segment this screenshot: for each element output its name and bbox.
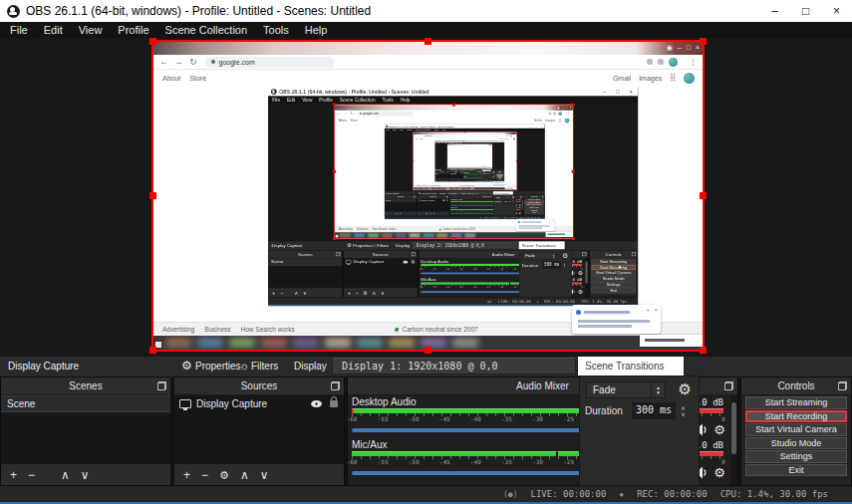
scene-list-item[interactable]: Scene <box>434 173 448 174</box>
maximize-button[interactable]: □ <box>611 87 624 97</box>
google-footer-link[interactable]: How Search works <box>373 228 397 231</box>
channel-settings-gear-icon[interactable]: ⚙ <box>713 423 725 436</box>
source-list-item[interactable]: Display Capture <box>344 258 418 265</box>
transition-settings-gear-icon[interactable]: ⚙ <box>512 196 515 199</box>
move-scene-up-button[interactable]: ∧ <box>396 212 398 214</box>
google-link-gmail[interactable]: Gmail <box>613 75 631 82</box>
selection-handle[interactable] <box>149 38 156 45</box>
menu-item-profile[interactable]: Profile <box>316 97 336 104</box>
start-recording-button[interactable]: Start Recording <box>592 265 636 270</box>
selection-handle[interactable] <box>492 169 493 170</box>
duration-spinner-icons[interactable]: ∧∨ <box>512 200 514 203</box>
menu-item-tools[interactable]: Tools <box>379 97 397 104</box>
start-virtual-camera-button[interactable]: Start Virtual Camera <box>745 423 847 436</box>
scrollbar-thumb[interactable] <box>731 402 736 454</box>
combo-arrows-icon[interactable]: ▲▼ <box>550 253 556 260</box>
google-link-about[interactable]: About <box>162 75 180 82</box>
selection-handle[interactable] <box>447 169 448 170</box>
menu-item-file[interactable]: File <box>2 22 36 38</box>
source-list-item[interactable]: Display Capture <box>174 395 344 412</box>
start-streaming-button[interactable]: Start Streaming <box>745 396 847 409</box>
google-link-store[interactable]: Store <box>351 119 358 122</box>
selection-handle[interactable] <box>333 170 336 173</box>
move-scene-down-button[interactable]: ∨ <box>400 212 402 214</box>
source-properties-button[interactable]: ⚙ <box>219 469 229 481</box>
exit-button[interactable]: Exit <box>525 211 544 213</box>
properties-button[interactable]: Properties <box>195 361 241 372</box>
channel-settings-gear-icon[interactable]: ⚙ <box>578 270 583 276</box>
exit-button[interactable]: Exit <box>592 288 636 293</box>
source-properties-button[interactable]: ⚙ <box>363 290 367 295</box>
move-source-down-button[interactable]: ∨ <box>260 469 269 481</box>
move-scene-up-button[interactable]: ∧ <box>294 290 298 295</box>
menu-item-help[interactable]: Help <box>297 22 336 38</box>
menu-item-scene-collection[interactable]: Scene Collection <box>157 22 256 38</box>
combo-arrows-icon[interactable]: ▲▼ <box>507 196 510 199</box>
google-link-about[interactable]: About <box>339 119 347 122</box>
selection-handle[interactable] <box>149 347 156 354</box>
duration-input[interactable]: 300 ms <box>542 261 561 268</box>
display-select[interactable]: Display 1: 1920x1080 @ 0,0 <box>332 358 576 375</box>
lock-icon[interactable] <box>412 260 415 263</box>
add-source-button[interactable]: + <box>183 469 190 481</box>
selection-handle[interactable] <box>464 131 465 132</box>
add-source-button[interactable]: + <box>419 212 420 214</box>
lock-icon[interactable] <box>330 400 338 407</box>
selection-handle[interactable] <box>492 143 493 144</box>
controls-header[interactable]: Controls <box>590 250 638 258</box>
google-link-gmail[interactable]: Gmail <box>534 119 542 122</box>
transition-select[interactable]: Fade ▲▼ <box>586 381 666 398</box>
duration-input[interactable]: 300 ms <box>503 200 511 203</box>
duration-input[interactable]: 300 ms <box>632 402 676 419</box>
google-footer-link[interactable]: Advertising <box>162 326 194 333</box>
menu-item-edit[interactable]: Edit <box>36 22 71 38</box>
google-footer-link[interactable]: Business <box>204 326 230 333</box>
start-recording-button[interactable]: Start Recording <box>745 410 847 423</box>
selection-handle[interactable] <box>425 38 431 45</box>
selection-handle[interactable] <box>452 103 455 106</box>
remove-source-button[interactable]: − <box>201 469 208 481</box>
menu-item-tools[interactable]: Tools <box>255 22 297 38</box>
move-scene-down-button[interactable]: ∨ <box>303 290 307 295</box>
scene-transitions-titlebar[interactable]: Scene Transitions <box>578 357 684 376</box>
remove-scene-button[interactable]: − <box>390 212 391 214</box>
google-link-about[interactable]: About <box>415 138 418 139</box>
add-scene-button[interactable]: + <box>387 212 388 214</box>
preview-canvas[interactable]: ◉–□× ← → ↻ google.com ⋮ <box>434 143 504 169</box>
remove-scene-button[interactable]: − <box>28 469 35 481</box>
filters-button[interactable]: Filters <box>377 243 389 248</box>
preview-canvas[interactable]: ◉–□× ← → ↻ google.com ⋮ <box>385 131 545 191</box>
scene-list-item[interactable]: Scene <box>385 198 417 201</box>
move-source-down-button[interactable]: ∨ <box>381 290 385 295</box>
controls-header[interactable]: Controls <box>741 378 851 395</box>
display-capture-source[interactable]: ◉–□× ← → ↻ google.com ⋮ <box>447 143 492 169</box>
sources-header[interactable]: Sources <box>344 250 418 258</box>
menu-item-scene-collection[interactable]: Scene Collection <box>336 97 379 104</box>
filters-button[interactable]: Filters <box>431 192 436 194</box>
selection-handle[interactable] <box>447 143 448 144</box>
menu-item-help[interactable]: Help <box>397 97 414 104</box>
selection-handle[interactable] <box>572 237 575 240</box>
sources-header[interactable]: Sources <box>174 378 344 395</box>
source-list-item[interactable]: Display Capture <box>449 173 463 174</box>
selection-handle[interactable] <box>469 143 470 144</box>
display-capture-source[interactable]: ◉–□× ← → ↻ google.com ⋮ <box>151 40 705 352</box>
selection-handle[interactable] <box>469 169 470 170</box>
display-select[interactable]: Display 1: 1920x1080 @ 0,0 <box>412 242 517 249</box>
move-source-up-button[interactable]: ∧ <box>240 469 249 481</box>
properties-button[interactable]: Properties <box>353 243 373 248</box>
scene-transitions-titlebar[interactable]: Scene Transitions <box>519 241 565 249</box>
scrollbar-thumb[interactable] <box>585 261 587 284</box>
minimize-button[interactable]: – <box>759 0 790 22</box>
google-link-images[interactable]: Images <box>545 119 555 122</box>
remove-source-button[interactable]: − <box>423 212 424 214</box>
selection-handle[interactable] <box>413 131 414 132</box>
studio-mode-button[interactable]: Studio Mode <box>745 437 847 450</box>
add-scene-button[interactable]: + <box>10 469 17 481</box>
transition-select[interactable]: Fade ▲▼ <box>522 252 557 259</box>
google-footer-link[interactable]: Advertising <box>339 228 353 231</box>
scenes-header[interactable]: Scenes <box>385 195 417 198</box>
visibility-eye-icon[interactable] <box>442 199 444 200</box>
minimize-button[interactable]: – <box>598 87 611 97</box>
remove-scene-button[interactable]: − <box>280 290 283 295</box>
